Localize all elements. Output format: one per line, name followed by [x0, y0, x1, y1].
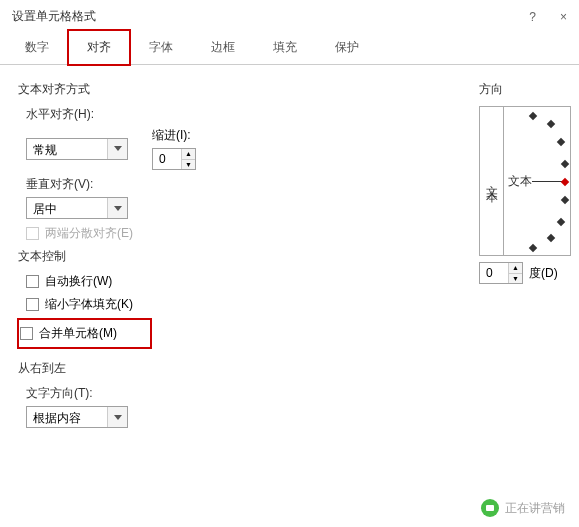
text-align-section: 文本对齐方式	[18, 81, 471, 98]
rtl-section: 从右到左	[18, 360, 471, 377]
orientation-section: 方向	[479, 81, 571, 98]
tab-border[interactable]: 边框	[192, 30, 254, 65]
h-align-label: 水平对齐(H):	[26, 106, 471, 123]
tab-font[interactable]: 字体	[130, 30, 192, 65]
shrink-checkbox[interactable]: 缩小字体填充(K)	[26, 296, 471, 313]
v-align-combo[interactable]: 居中	[26, 197, 128, 219]
chevron-down-icon	[107, 139, 127, 159]
v-align-label: 垂直对齐(V):	[26, 176, 471, 193]
indent-spinner[interactable]: 0 ▲▼	[152, 148, 196, 170]
tab-number[interactable]: 数字	[6, 30, 68, 65]
dir-label: 文字方向(T):	[26, 385, 471, 402]
tab-alignment[interactable]: 对齐	[68, 30, 130, 65]
wechat-icon	[481, 499, 499, 517]
help-icon[interactable]: ?	[529, 10, 536, 24]
h-align-value: 常规	[27, 139, 107, 159]
svg-marker-2	[114, 415, 122, 420]
tab-protect[interactable]: 保护	[316, 30, 378, 65]
tab-fill[interactable]: 填充	[254, 30, 316, 65]
title-bar: 设置单元格格式 ? ×	[0, 0, 579, 29]
dialog-title: 设置单元格格式	[12, 8, 96, 25]
svg-marker-0	[114, 146, 122, 151]
justify-checkbox: 两端分散对齐(E)	[26, 225, 471, 242]
tab-strip: 数字 对齐 字体 边框 填充 保护	[0, 29, 579, 65]
dir-combo[interactable]: 根据内容	[26, 406, 128, 428]
merge-checkbox[interactable]: 合并单元格(M)	[20, 325, 117, 342]
svg-marker-1	[114, 206, 122, 211]
orientation-control[interactable]: 文本 文本	[479, 106, 571, 256]
close-icon[interactable]: ×	[560, 10, 567, 24]
orientation-dial[interactable]: 文本	[504, 107, 570, 255]
indent-value: 0	[153, 149, 181, 169]
chevron-down-icon	[107, 407, 127, 427]
spinner-down-icon[interactable]: ▼	[182, 160, 195, 170]
spinner-down-icon[interactable]: ▼	[509, 274, 522, 284]
degree-unit: 度(D)	[529, 265, 558, 282]
wrap-checkbox[interactable]: 自动换行(W)	[26, 273, 471, 290]
spinner-up-icon[interactable]: ▲	[182, 149, 195, 160]
degree-value: 0	[480, 263, 508, 283]
watermark: 正在讲营销	[481, 499, 565, 517]
text-control-section: 文本控制	[18, 248, 471, 265]
h-align-combo[interactable]: 常规	[26, 138, 128, 160]
indent-label: 缩进(I):	[152, 127, 196, 144]
chevron-down-icon	[107, 198, 127, 218]
dir-value: 根据内容	[27, 407, 107, 427]
spinner-up-icon[interactable]: ▲	[509, 263, 522, 274]
degree-spinner[interactable]: 0 ▲▼	[479, 262, 523, 284]
vertical-text-button[interactable]: 文本	[480, 107, 504, 255]
v-align-value: 居中	[27, 198, 107, 218]
